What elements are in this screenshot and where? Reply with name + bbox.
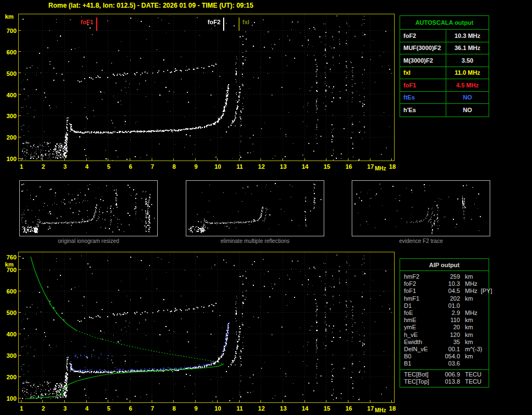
autoscala-row-fof2: foF210.3 MHz [400, 30, 489, 42]
aip-param-unit [460, 302, 489, 309]
y-tick-label: 300 [0, 352, 16, 359]
aip-row-yme: ymE20km [400, 324, 489, 331]
x-tick-label: 8 [169, 163, 179, 170]
x-tick-label: 18 [387, 163, 397, 170]
autoscala-param-value: NO [446, 92, 489, 104]
x-tick-label: 5 [104, 405, 114, 412]
aip-param-unit: km [460, 295, 489, 302]
autoscala-param-label: h'Es [400, 104, 446, 117]
aip-param-unit: MHz [460, 309, 489, 317]
autoscala-param-value: 36.1 MHz [446, 42, 489, 54]
x-tick-label: 7 [147, 163, 157, 170]
aip-row-hmf1: hmF1202km [400, 295, 489, 302]
aip-param-unit: TECU [460, 371, 489, 378]
x-tick-label: 3 [60, 163, 70, 170]
autoscala-row-fof1: foF14.5 MHz [400, 79, 489, 92]
aip-param-value: 006.9 [439, 371, 460, 378]
x-tick-label: 15 [322, 405, 332, 412]
y-tick-label: 400 [0, 331, 16, 337]
aip-param-unit: km [460, 324, 489, 331]
aip-param-label: hmE [404, 317, 439, 324]
x-axis-unit: MHz [375, 407, 386, 413]
aip-row-fof2: foF210.3MHz [400, 280, 489, 287]
y-tick-label: 400 [0, 92, 16, 98]
x-tick-label: 12 [257, 163, 267, 170]
y-tick-label: 700 [0, 267, 16, 273]
thumbnail-evidence-f2 [352, 180, 490, 236]
autoscala-param-value: 4.5 MHz [446, 79, 489, 91]
ionogram-plot-bottom: 123456789101112131415161718MHz7607006005… [18, 252, 395, 403]
aip-param-unit: km [460, 339, 489, 346]
autoscala-param-label: fxI [400, 67, 446, 79]
x-tick-label: 10 [213, 405, 223, 412]
y-tick-label: 600 [0, 288, 16, 295]
aip-output-table: AIP output hmF2259kmfoF210.3MHzfoF104.5M… [400, 258, 489, 388]
aip-row-foe: foE2.9MHz [400, 309, 489, 317]
aip-param-unit: km [460, 317, 489, 324]
aip-row-ewidth: Ewidth35km [400, 339, 489, 346]
aip-param-value: 013.8 [439, 378, 460, 385]
ionogram-canvas-top [19, 14, 394, 161]
aip-row-d1: D101.0 [400, 302, 489, 309]
x-tick-label: 7 [147, 405, 157, 412]
x-tick-label: 6 [126, 163, 136, 170]
aip-row-delnve: DelN_vE00.1m^(-3) [400, 346, 489, 353]
y-tick-label: 100 [0, 395, 16, 402]
x-tick-label: 6 [126, 405, 136, 412]
thumbnail-caption-original: original ionogram resized [19, 238, 158, 244]
aip-param-label: foF2 [404, 280, 439, 287]
x-tick-label: 1 [16, 163, 26, 170]
aip-param-label: ymE [404, 324, 439, 331]
aip-param-label: h_vE [404, 331, 439, 339]
aip-param-unit: km [460, 353, 489, 360]
autoscala-param-label: ftEs [400, 92, 446, 104]
autoscala-param-label: M(3000)F2 [400, 54, 446, 67]
autoscala-row-ftes: ftEsNO [400, 92, 489, 104]
autoscala-row-m3000f2: M(3000)F23.50 [400, 54, 489, 67]
aip-param-label: foE [404, 309, 439, 317]
aip-param-label: foF1 [404, 287, 439, 295]
thumbnail-canvas-original [20, 181, 157, 236]
aip-param-unit: MHz [PY] [460, 287, 492, 295]
aip-param-label: hmF2 [404, 273, 439, 280]
autoscala-param-label: MUF(3000)F2 [400, 42, 446, 54]
x-tick-label: 17 [365, 405, 375, 412]
aip-param-value: 110 [439, 317, 460, 324]
aip-param-value: 20 [439, 324, 460, 331]
station-title: Rome (lat: +41.8, lon: 012.5) - DATE: 20… [48, 2, 253, 9]
aip-param-label: hmF1 [404, 295, 439, 302]
thumbnail-eliminate-reflections [186, 180, 324, 236]
autoscala-window: Rome (lat: +41.8, lon: 012.5) - DATE: 20… [0, 0, 532, 415]
autoscala-param-label: foF2 [400, 30, 446, 42]
y-tick-label: 300 [0, 113, 16, 119]
aip-table-body: hmF2259kmfoF210.3MHzfoF104.5MHz [PY]hmF1… [400, 271, 489, 369]
y-tick-label: 500 [0, 309, 16, 316]
aip-row-fof1: foF104.5MHz [PY] [400, 287, 489, 295]
aip-param-label: DelN_vE [404, 346, 439, 353]
aip-row-hme: hmE110km [400, 317, 489, 324]
x-tick-label: 5 [104, 163, 114, 170]
aip-row-tecbot: TEC[Bot]006.9TECU [400, 371, 489, 378]
aip-param-value: 03.6 [439, 360, 460, 367]
aip-row-tectop: TEC[Top]013.8TECU [400, 378, 489, 385]
thumbnail-caption-f2: evidence F2 trace [352, 238, 490, 244]
aip-row-b0: B0054.0km [400, 353, 489, 360]
thumbnail-caption-cleaned: eliminate multiple reflections [186, 238, 324, 244]
x-tick-label: 17 [365, 163, 375, 170]
x-tick-label: 9 [191, 163, 201, 170]
x-tick-label: 4 [82, 163, 92, 170]
x-tick-label: 18 [387, 405, 397, 412]
aip-param-label: Ewidth [404, 339, 439, 346]
autoscala-row-hes: h'EsNO [400, 104, 489, 117]
thumbnail-original-ionogram [19, 180, 158, 236]
aip-param-unit: m^(-3) [460, 346, 489, 353]
autoscala-param-value: 3.50 [446, 54, 489, 67]
x-tick-label: 14 [300, 163, 310, 170]
y-axis-unit: km [5, 13, 14, 20]
x-tick-label: 1 [16, 405, 26, 412]
aip-param-label: B1 [404, 360, 439, 367]
aip-param-value: 10.3 [439, 280, 460, 287]
aip-param-label: TEC[Top] [404, 378, 439, 385]
autoscala-param-value: 11.0 MHz [446, 67, 489, 79]
aip-param-value: 04.5 [439, 287, 460, 295]
